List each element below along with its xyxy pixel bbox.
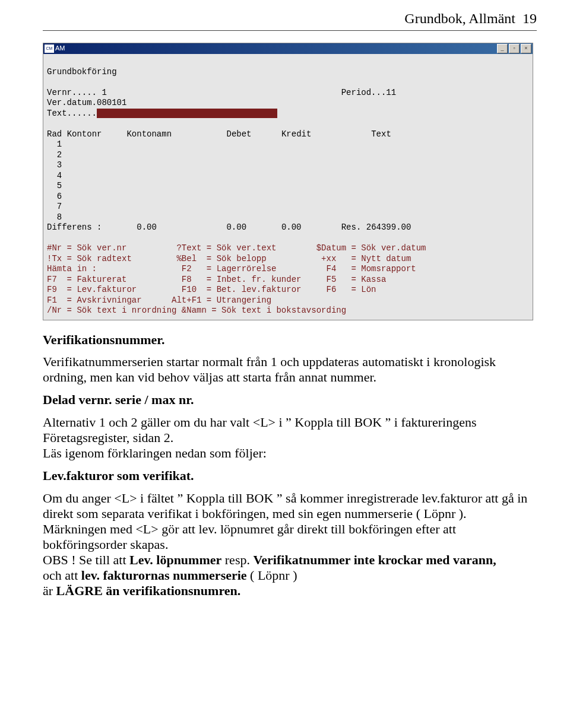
paragraph: Alternativ 1 och 2 gäller om du har valt… <box>43 415 476 445</box>
hint-line: #Nr = Sök ver.nr ?Text = Sök ver.text $D… <box>47 243 426 253</box>
row-num: 5 <box>57 181 62 190</box>
res-label: Res. <box>341 222 362 232</box>
close-button[interactable]: × <box>521 44 531 53</box>
diff-v1: 0.00 <box>137 222 157 232</box>
row-num: 1 <box>57 139 62 149</box>
paragraph: resp. <box>221 552 253 567</box>
vernr-value: 1 <box>102 88 106 97</box>
paragraph: Verifikatnummerserien startar normalt fr… <box>43 354 537 385</box>
screen-title: Grundbokföring <box>47 67 117 77</box>
hint-line: !Tx = Sök radtext %Bel = Sök belopp +xx … <box>47 254 411 263</box>
hint-line: Hämta in : F2 = Lagerrörelse F4 = Momsra… <box>47 264 416 274</box>
text-input[interactable] <box>97 109 277 118</box>
row-num: 7 <box>57 202 62 211</box>
period-value: 11 <box>386 88 396 97</box>
vernr-label: Vernr..... <box>47 88 97 97</box>
header-title: Grundbok, Allmänt <box>404 11 515 26</box>
col-text: Text <box>371 129 391 139</box>
terminal-content: Grundbokföring Vernr..... 1 Period...11 … <box>43 54 533 320</box>
terminal-window: CM AM _ ▫ × Grundbokföring Vernr..... 1 … <box>43 43 533 320</box>
row-num: 8 <box>57 212 62 222</box>
paragraph: ( Löpnr ) <box>247 568 297 583</box>
bold-text: Lev. löpnummer <box>129 552 221 567</box>
paragraph: Om du anger <L> i fältet ” Koppla till B… <box>43 491 527 521</box>
col-rad: Rad <box>47 129 62 139</box>
app-icon: CM <box>45 44 54 53</box>
paragraph: är <box>43 583 56 598</box>
minimize-button[interactable]: _ <box>497 44 508 53</box>
col-kontonr: Kontonr <box>67 129 102 139</box>
bold-text: LÄGRE än verifikationsnumren. <box>56 583 241 598</box>
hint-line: F9 = Lev.fakturor F10 = Bet. lev.fakturo… <box>47 285 376 294</box>
bold-text: lev. fakturornas nummerserie <box>81 568 247 583</box>
verdatum-value: 080101 <box>97 98 126 107</box>
row-num: 4 <box>57 171 62 180</box>
section-heading: Lev.fakturor som verifikat. <box>43 468 194 483</box>
section-heading: Verifikationsnummer. <box>43 332 165 347</box>
diff-v2: 0.00 <box>226 222 246 232</box>
title-bar: CM AM _ ▫ × <box>43 43 533 54</box>
row-num: 2 <box>57 150 62 160</box>
col-kredit: Kredit <box>281 129 311 139</box>
paragraph: och att <box>43 568 81 583</box>
hint-line: /Nr = Sök text i nrordning &Namn = Sök t… <box>47 306 346 315</box>
bold-text: Verifikatnummer inte krockar med varann, <box>253 552 496 567</box>
row-num: 6 <box>57 192 62 201</box>
period-label: Period... <box>341 88 387 97</box>
maximize-button[interactable]: ▫ <box>509 44 520 53</box>
col-kontonamn: Kontonamn <box>126 129 172 139</box>
paragraph: OBS ! Se till att <box>43 552 129 567</box>
col-debet: Debet <box>227 129 252 139</box>
res-value: 264399.00 <box>366 222 411 232</box>
hint-line: F1 = Avskrivningar Alt+F1 = Utrangering <box>47 295 271 305</box>
body-text: Verifikationsnummer. Verifikatnummerseri… <box>43 332 537 599</box>
paragraph: Läs igenom förklaringen nedan som följer… <box>43 446 267 460</box>
row-num: 3 <box>57 160 62 170</box>
text-label: Text...... <box>47 109 97 118</box>
diff-v3: 0.00 <box>281 222 302 232</box>
section-heading: Delad vernr. serie / max nr. <box>43 392 194 407</box>
differens-label: Differens : <box>47 222 102 232</box>
hint-line: F7 = Fakturerat F8 = Inbet. fr. kunder F… <box>47 275 386 284</box>
verdatum-label: Ver.datum. <box>47 98 97 107</box>
window-title: AM <box>55 44 65 53</box>
paragraph: Märkningen med <L> gör att lev. löpnumre… <box>43 522 456 552</box>
page-number: 19 <box>522 11 537 26</box>
page-header: Grundbok, Allmänt 19 <box>43 11 537 31</box>
